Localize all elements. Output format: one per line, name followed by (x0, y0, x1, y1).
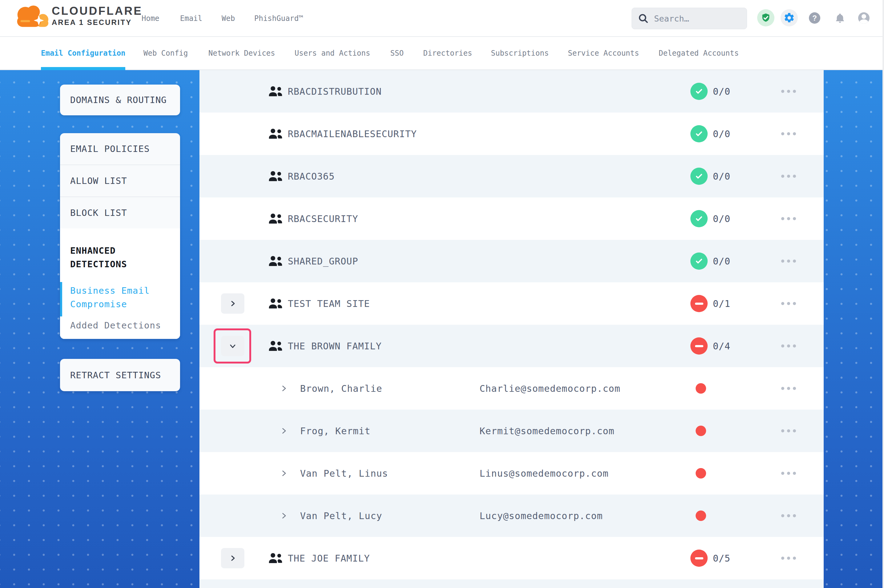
status-blocked-dot (696, 468, 706, 478)
row-actions-menu[interactable] (779, 129, 798, 139)
row-actions-menu[interactable] (779, 298, 798, 309)
tab-directories[interactable]: Directories (423, 37, 472, 69)
row-actions-menu[interactable] (779, 256, 798, 266)
user-icon-body (859, 20, 868, 24)
nav-item-phishguard[interactable]: PhishGuard™ (254, 0, 303, 37)
collapse-group-button[interactable] (221, 336, 244, 356)
nav-item-home[interactable]: Home (141, 0, 159, 37)
row-actions-menu[interactable] (779, 553, 798, 563)
row-actions-menu[interactable] (779, 383, 798, 394)
tab-email-configuration[interactable]: Email Configuration (41, 37, 126, 69)
member-email: Kermit@somedemocorp.com (480, 426, 614, 436)
group-row[interactable]: RBACDISTRUBUTION 0/0 (200, 70, 824, 112)
search-icon (637, 13, 649, 24)
sidebar-item-allow-list[interactable]: ALLOW LIST (60, 165, 180, 197)
status-ok-badge (690, 210, 708, 227)
group-row[interactable]: TEST TEAM SITE 0/1 (200, 282, 824, 325)
row-actions-menu[interactable] (779, 86, 798, 97)
tab-users-and-actions[interactable]: Users and Actions (295, 37, 370, 69)
nav-item-email[interactable]: Email (180, 0, 202, 37)
group-row[interactable]: RBACSECURITY 0/0 (200, 197, 824, 240)
nav-item-web[interactable]: Web (222, 0, 235, 37)
groups-list-panel: RBACDISTRUBUTION 0/0 RBACMAILENABLESECUR… (200, 70, 824, 588)
active-tab-underline (41, 67, 125, 70)
group-name: TEST TEAM SITE (288, 298, 370, 309)
group-name: RBACMAILENABLESECURITY (288, 129, 417, 139)
tab-sso[interactable]: SSO (390, 37, 403, 69)
row-actions-menu[interactable] (779, 171, 798, 182)
expand-group-button[interactable] (221, 293, 244, 314)
group-people-icon (268, 85, 283, 98)
protection-shield-icon[interactable] (757, 9, 774, 27)
chevron-right-icon (229, 555, 236, 562)
tab-delegated-accounts[interactable]: Delegated Accounts (659, 37, 739, 69)
member-email: Charlie@somedemocorp.com (480, 383, 620, 394)
member-email: Linus@somedemocorp.com (480, 468, 609, 479)
block-list-label: BLOCK LIST (60, 208, 127, 218)
row-actions-menu[interactable] (779, 213, 798, 224)
member-count: 0/5 (713, 553, 731, 564)
config-subnav: Email Configuration Web Config Network D… (0, 37, 884, 70)
member-count: 0/0 (713, 171, 731, 182)
group-row[interactable]: SHARED_GROUP 0/0 (200, 240, 824, 282)
status-blocked-badge (690, 338, 708, 355)
business-email-compromise-label: Business Email Compromise (70, 285, 150, 309)
status-blocked-dot (696, 426, 706, 436)
member-name: Brown, Charlie (300, 383, 382, 394)
group-row[interactable]: THE JOE FAMILY 0/5 (200, 537, 824, 579)
cloudflare-logo[interactable]: CLOUDFLARE AREA 1 SECURITY (13, 3, 143, 29)
sidebar-item-domains-routing[interactable]: DOMAINS & ROUTING (60, 95, 167, 105)
member-count: 0/0 (713, 129, 731, 139)
app-header: CLOUDFLARE AREA 1 SECURITY Home Email We… (0, 0, 884, 37)
scrollbar-track[interactable] (882, 0, 884, 588)
group-people-icon (268, 552, 283, 564)
sidebar-card-domains-routing[interactable]: DOMAINS & ROUTING (60, 85, 180, 116)
enhanced-detections-section: ENHANCED DETECTIONS Business Email Compr… (60, 228, 180, 339)
member-name: Van Pelt, Linus (300, 468, 388, 479)
member-count: 0/1 (713, 298, 731, 309)
tab-subscriptions[interactable]: Subscriptions (491, 37, 549, 69)
chevron-right-icon[interactable] (280, 384, 288, 392)
row-actions-menu[interactable] (779, 468, 798, 478)
status-ok-badge (690, 252, 708, 270)
chevron-right-icon[interactable] (280, 427, 288, 435)
expand-group-button[interactable] (221, 548, 244, 568)
group-people-icon (268, 255, 283, 267)
group-people-icon (268, 170, 283, 182)
group-row[interactable]: RBACO365 0/0 (200, 155, 824, 197)
group-row[interactable]: RBACMAILENABLESECURITY 0/0 (200, 112, 824, 155)
sidebar-item-added-detections[interactable]: Added Detections (70, 320, 170, 331)
member-row[interactable]: Van Pelt, Linus Linus@somedemocorp.com (200, 452, 824, 495)
group-name: RBACDISTRUBUTION (288, 86, 382, 97)
sidebar-item-retract-settings[interactable]: RETRACT SETTINGS (60, 370, 161, 380)
minus-icon (695, 303, 703, 305)
chevron-right-icon[interactable] (280, 512, 288, 520)
chevron-right-icon[interactable] (280, 469, 288, 477)
chevron-down-icon (229, 342, 236, 350)
tab-service-accounts[interactable]: Service Accounts (568, 37, 639, 69)
account-user-icon[interactable] (858, 12, 869, 24)
notifications-bell-icon[interactable] (834, 12, 846, 25)
settings-gear-icon[interactable] (780, 9, 798, 27)
cloudflare-cloud-icon (13, 3, 51, 29)
member-row[interactable]: Frog, Kermit Kermit@somedemocorp.com (200, 410, 824, 452)
sidebar-card-retract-settings[interactable]: RETRACT SETTINGS (60, 359, 180, 391)
sidebar-item-email-policies[interactable]: EMAIL POLICIES (60, 133, 180, 165)
tab-network-devices[interactable]: Network Devices (208, 37, 275, 69)
sidebar-item-business-email-compromise[interactable]: Business Email Compromise (70, 284, 170, 311)
user-icon-head (861, 14, 866, 19)
search-input[interactable] (654, 14, 741, 23)
search-box[interactable] (631, 8, 747, 29)
status-ok-badge (690, 125, 708, 142)
group-row[interactable]: THE BROWN FAMILY 0/4 (200, 325, 824, 367)
row-actions-menu[interactable] (779, 510, 798, 521)
help-icon[interactable]: ? (809, 12, 820, 24)
member-row[interactable]: Brown, Charlie Charlie@somedemocorp.com (200, 367, 824, 410)
enhanced-detections-heading: ENHANCED DETECTIONS (70, 244, 170, 271)
row-actions-menu[interactable] (779, 426, 798, 436)
member-row[interactable]: Van Pelt, Lucy Lucy@somedemocorp.com (200, 495, 824, 537)
group-name: RBACO365 (288, 171, 335, 182)
tab-web-config[interactable]: Web Config (143, 37, 188, 69)
sidebar-item-block-list[interactable]: BLOCK LIST (60, 197, 180, 229)
row-actions-menu[interactable] (779, 341, 798, 351)
